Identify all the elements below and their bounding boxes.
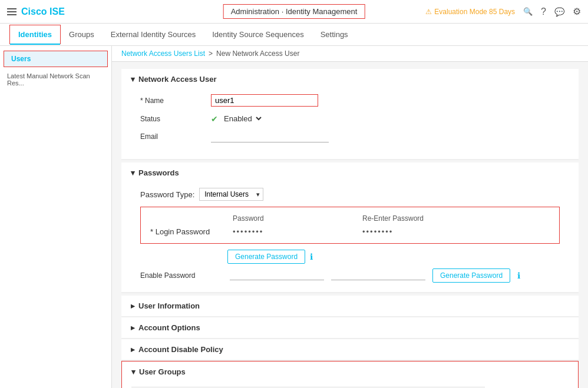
name-input[interactable] bbox=[215, 96, 314, 105]
user-groups-body: ⠿ ALL_ACCOUNTS (default) Employee Guest … bbox=[122, 382, 578, 388]
password-col-header: Password bbox=[233, 214, 362, 223]
passwords-body: Password Type: Internal Users External bbox=[121, 183, 579, 292]
account-options-title: Account Options bbox=[138, 323, 200, 332]
user-groups-title: User Groups bbox=[139, 367, 186, 376]
generate-enable-password-button[interactable]: Generate Password bbox=[432, 268, 510, 283]
hamburger-icon[interactable] bbox=[7, 8, 16, 15]
sidebar-item-users[interactable]: Users bbox=[4, 51, 108, 67]
account-options-chevron-icon bbox=[131, 323, 135, 332]
eval-warning: ⚠ Evaluation Mode 85 Days bbox=[425, 8, 515, 16]
form-area: Network Access User * Name Status bbox=[112, 62, 588, 388]
page-title: Administration · Identity Management bbox=[223, 4, 365, 19]
user-groups-header[interactable]: User Groups bbox=[122, 362, 578, 382]
password-type-label: Password Type: bbox=[140, 190, 194, 199]
account-disable-title: Account Disable Policy bbox=[138, 345, 223, 354]
chevron-down-icon bbox=[131, 75, 135, 84]
name-label: * Name bbox=[140, 97, 211, 105]
re-enter-col-header: Re-Enter Password bbox=[362, 214, 480, 223]
layout: Users Latest Manual Network Scan Res... … bbox=[0, 46, 588, 388]
login-reenter-value: •••••••• bbox=[362, 227, 480, 236]
status-check-icon: ✔ bbox=[211, 114, 218, 124]
tab-identity-sequences[interactable]: Identity Source Sequences bbox=[204, 25, 312, 44]
passwords-header[interactable]: Passwords bbox=[121, 163, 579, 183]
breadcrumb: Network Access Users List > New Network … bbox=[112, 46, 588, 62]
passwords-chevron-icon bbox=[131, 168, 135, 177]
sidebar: Users Latest Manual Network Scan Res... bbox=[0, 46, 112, 388]
tab-external-identity[interactable]: External Identity Sources bbox=[103, 25, 204, 44]
topbar-left: Cisco ISE bbox=[7, 6, 65, 17]
network-access-user-header[interactable]: Network Access User bbox=[121, 69, 579, 89]
enable-password-reenter-input[interactable] bbox=[331, 271, 425, 280]
login-password-label: * Login Password bbox=[150, 227, 233, 236]
breadcrumb-link[interactable]: Network Access Users List bbox=[121, 49, 205, 58]
network-access-user-title: Network Access User bbox=[138, 75, 216, 84]
status-wrapper: ✔ Enabled Disabled bbox=[211, 114, 263, 124]
generate-enable-info-icon[interactable]: ℹ bbox=[517, 271, 520, 280]
enable-password-input[interactable] bbox=[230, 271, 324, 280]
login-password-col-empty bbox=[150, 214, 233, 223]
app-logo: Cisco ISE bbox=[21, 6, 65, 17]
generate-login-password-button[interactable]: Generate Password bbox=[227, 250, 305, 264]
notifications-icon[interactable]: 💬 bbox=[554, 7, 564, 16]
status-label: Status bbox=[140, 115, 211, 123]
eval-text: Evaluation Mode 85 Days bbox=[434, 8, 515, 16]
passwords-title: Passwords bbox=[138, 168, 179, 177]
main-tabs: Identities Groups External Identity Sour… bbox=[0, 24, 588, 46]
password-header-row: Password Re-Enter Password bbox=[146, 212, 554, 225]
breadcrumb-current: New Network Access User bbox=[216, 49, 299, 58]
email-label: Email bbox=[140, 132, 211, 141]
settings-icon[interactable]: ⚙ bbox=[573, 6, 581, 17]
breadcrumb-separator: > bbox=[209, 49, 213, 58]
help-icon[interactable]: ? bbox=[541, 6, 546, 17]
tab-settings[interactable]: Settings bbox=[312, 25, 356, 44]
login-password-row: * Login Password •••••••• •••••••• bbox=[146, 225, 554, 238]
user-info-chevron-icon bbox=[131, 301, 135, 310]
account-disable-section[interactable]: Account Disable Policy bbox=[121, 339, 579, 360]
account-options-section[interactable]: Account Options bbox=[121, 317, 579, 339]
tab-groups[interactable]: Groups bbox=[61, 25, 103, 44]
topbar: Cisco ISE Administration · Identity Mana… bbox=[0, 0, 588, 24]
email-input[interactable] bbox=[211, 131, 329, 142]
user-information-title: User Information bbox=[138, 301, 200, 310]
account-disable-chevron-icon bbox=[131, 345, 135, 354]
password-type-row: Password Type: Internal Users External bbox=[140, 188, 560, 201]
status-row: Status ✔ Enabled Disabled bbox=[140, 114, 560, 124]
password-type-select-wrapper: Internal Users External bbox=[199, 188, 263, 201]
enable-password-row: Enable Password Generate Password ℹ bbox=[140, 268, 560, 283]
login-password-value: •••••••• bbox=[233, 227, 362, 236]
generate-password-row: Generate Password ℹ bbox=[140, 250, 560, 264]
user-groups-divider bbox=[131, 387, 485, 387]
user-groups-chevron-icon bbox=[131, 367, 136, 376]
email-row: Email bbox=[140, 131, 560, 142]
passwords-table: Password Re-Enter Password * Login Passw… bbox=[140, 207, 560, 244]
topbar-right: ⚠ Evaluation Mode 85 Days 🔍 ? 💬 ⚙ bbox=[425, 6, 581, 17]
network-access-user-section: Network Access User * Name Status bbox=[121, 69, 579, 160]
passwords-section: Passwords Password Type: Internal Users … bbox=[121, 163, 579, 293]
search-icon[interactable]: 🔍 bbox=[523, 7, 533, 16]
generate-login-info-icon[interactable]: ℹ bbox=[310, 252, 313, 261]
sidebar-item-scan[interactable]: Latest Manual Network Scan Res... bbox=[0, 69, 111, 89]
status-select[interactable]: Enabled Disabled bbox=[222, 114, 263, 124]
user-information-section[interactable]: User Information bbox=[121, 296, 579, 317]
network-access-user-body: * Name Status ✔ Enabled Disabled bbox=[121, 89, 579, 159]
user-groups-section: User Groups ⠿ ALL_ACCOUNTS (default) Emp… bbox=[121, 361, 579, 388]
enable-password-label: Enable Password bbox=[140, 271, 223, 280]
name-input-wrapper bbox=[211, 94, 318, 107]
password-type-select[interactable]: Internal Users External bbox=[199, 188, 263, 201]
content-area: Network Access Users List > New Network … bbox=[112, 46, 588, 388]
name-row: * Name bbox=[140, 94, 560, 107]
warning-icon: ⚠ bbox=[425, 8, 432, 16]
tab-identities[interactable]: Identities bbox=[9, 25, 61, 44]
